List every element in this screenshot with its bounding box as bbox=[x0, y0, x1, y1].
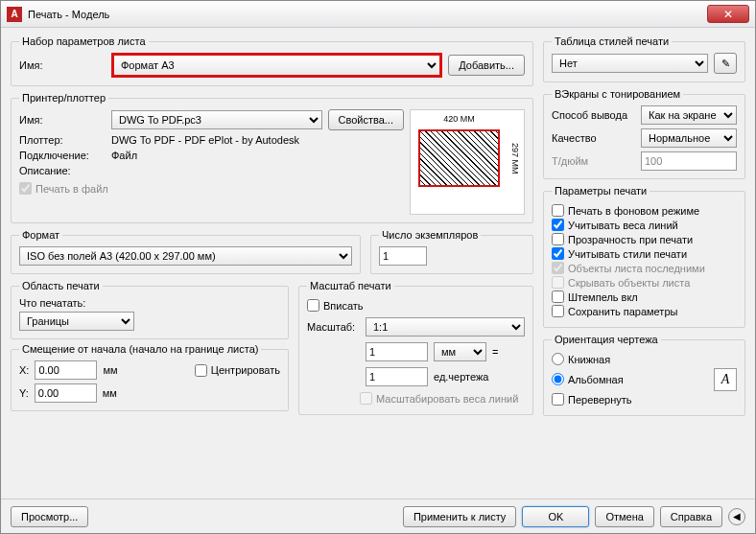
pencil-icon: ✎ bbox=[721, 58, 730, 70]
apply-to-layout-button[interactable]: Применить к листу bbox=[403, 506, 517, 527]
pageset-add-button[interactable]: Добавить... bbox=[448, 55, 525, 76]
plot-styles-select[interactable]: Нет bbox=[552, 54, 708, 73]
scale-select[interactable]: 1:1 bbox=[366, 317, 525, 337]
shade-method-label: Способ вывода bbox=[552, 109, 635, 121]
stamp-checkbox[interactable] bbox=[552, 290, 564, 303]
dpi-input bbox=[641, 151, 737, 171]
scale-equals: = bbox=[492, 346, 498, 358]
quality-label: Качество bbox=[552, 132, 635, 144]
offset-x-input[interactable] bbox=[35, 360, 97, 380]
plot-styles-opt-label: Учитывать стили печати bbox=[568, 248, 687, 260]
offset-y-label: Y: bbox=[19, 387, 29, 399]
orientation-group: Ориентация чертежа Книжная Альбомная Пер… bbox=[543, 334, 745, 416]
upside-down-label: Перевернуть bbox=[568, 394, 632, 406]
center-checkbox[interactable] bbox=[195, 364, 207, 377]
plot-options-legend: Параметры печати bbox=[552, 185, 650, 197]
plot-styles-group: Таблица стилей печати Нет ✎ bbox=[543, 35, 745, 82]
scale-drawing-unit: ед.чертежа bbox=[434, 371, 488, 383]
copies-legend: Число экземпляров bbox=[379, 229, 481, 241]
lineweights-checkbox[interactable] bbox=[552, 219, 564, 231]
offset-y-input[interactable] bbox=[35, 383, 97, 403]
scale-label: Масштаб: bbox=[307, 321, 360, 333]
print-dialog: A Печать - Модель ✕ Набор параметров лис… bbox=[0, 0, 756, 534]
stamp-label: Штемпель вкл bbox=[568, 291, 638, 303]
plot-area-group: Область печати Что печатать: Границы bbox=[11, 280, 289, 339]
portrait-radio[interactable] bbox=[552, 353, 564, 365]
landscape-radio[interactable] bbox=[552, 373, 564, 385]
bg-plot-checkbox[interactable] bbox=[552, 204, 564, 217]
fit-checkbox[interactable] bbox=[307, 299, 319, 312]
hide-paperspace-label: Скрывать объекты листа bbox=[568, 277, 690, 289]
collapse-icon[interactable]: ◀ bbox=[728, 508, 745, 525]
paperspace-last-checkbox bbox=[552, 262, 564, 274]
preview-button[interactable]: Просмотр... bbox=[11, 506, 88, 527]
format-select[interactable]: ISO без полей A3 (420.00 x 297.00 мм) bbox=[19, 246, 352, 266]
paper-preview: 420 MM 297 MM bbox=[410, 109, 525, 215]
paperspace-last-label: Объекты листа последними bbox=[568, 263, 705, 274]
what-to-plot-label: Что печатать: bbox=[19, 297, 280, 309]
description-label: Описание: bbox=[19, 165, 106, 176]
pageset-name-select[interactable]: Формат А3 bbox=[111, 53, 442, 78]
scale-lw-label: Масштабировать веса линий bbox=[376, 393, 518, 405]
offset-x-unit: мм bbox=[103, 364, 117, 376]
plot-styles-checkbox[interactable] bbox=[552, 247, 564, 260]
page-setup-group: Набор параметров листа Имя: Формат А3 До… bbox=[11, 35, 533, 86]
offset-legend: Смещение от начала (начало на границе ли… bbox=[19, 343, 261, 355]
lineweights-label: Учитывать веса линий bbox=[568, 220, 678, 231]
viewports-legend: ВЭкраны с тонированием bbox=[552, 88, 683, 100]
offset-x-label: X: bbox=[19, 364, 29, 376]
plotter-value: DWG To PDF - PDF ePlot - by Autodesk bbox=[111, 134, 299, 146]
copies-input[interactable] bbox=[379, 246, 427, 266]
save-changes-label: Сохранить параметры bbox=[568, 306, 677, 317]
format-legend: Формат bbox=[19, 229, 62, 241]
printer-group: Принтер/плоттер Имя: DWG To PDF.pc3 Свой… bbox=[11, 92, 533, 223]
center-label: Центрировать bbox=[211, 364, 280, 376]
app-icon: A bbox=[7, 7, 22, 22]
transparency-checkbox[interactable] bbox=[552, 233, 564, 245]
window-title: Печать - Модель bbox=[28, 9, 707, 20]
dpi-label: Т/дюйм bbox=[552, 155, 635, 167]
landscape-label: Альбомная bbox=[568, 374, 624, 385]
scale-legend: Масштаб печати bbox=[307, 280, 394, 291]
preview-height-label: 297 MM bbox=[510, 129, 520, 187]
scale-unit-input[interactable] bbox=[366, 342, 428, 361]
bg-plot-label: Печать в фоновом режиме bbox=[568, 205, 699, 217]
plot-options-group: Параметры печати Печать в фоновом режиме… bbox=[543, 185, 745, 328]
page-setup-legend: Набор параметров листа bbox=[19, 35, 149, 47]
transparency-label: Прозрачность при печати bbox=[568, 234, 693, 245]
scale-group: Масштаб печати Вписать Масштаб: 1:1 мм = bbox=[298, 280, 533, 415]
shade-method-select[interactable]: Как на экране bbox=[641, 105, 737, 125]
pageset-name-label: Имя: bbox=[19, 59, 106, 71]
copies-group: Число экземпляров bbox=[370, 229, 533, 274]
plotter-label: Плоттер: bbox=[19, 134, 106, 146]
quality-select[interactable]: Нормальное bbox=[641, 128, 737, 148]
orientation-icon: A bbox=[714, 368, 737, 391]
plot-styles-edit-button[interactable]: ✎ bbox=[714, 53, 737, 74]
orientation-legend: Ориентация чертежа bbox=[552, 334, 661, 345]
printer-props-button[interactable]: Свойства... bbox=[328, 109, 404, 130]
print-to-file-label: Печать в файл bbox=[35, 183, 108, 195]
format-group: Формат ISO без полей A3 (420.00 x 297.00… bbox=[11, 229, 361, 274]
cancel-button[interactable]: Отмена bbox=[595, 506, 653, 527]
offset-y-unit: мм bbox=[103, 387, 117, 399]
preview-width-label: 420 MM bbox=[418, 114, 500, 124]
offset-group: Смещение от начала (начало на границе ли… bbox=[11, 343, 289, 411]
connection-value: Файл bbox=[111, 150, 137, 161]
hide-paperspace-checkbox bbox=[552, 276, 564, 289]
ok-button[interactable]: OK bbox=[522, 506, 589, 527]
close-button[interactable]: ✕ bbox=[707, 5, 749, 23]
plot-styles-legend: Таблица стилей печати bbox=[552, 35, 672, 47]
viewports-group: ВЭкраны с тонированием Способ выводаКак … bbox=[543, 88, 745, 179]
plot-area-legend: Область печати bbox=[19, 280, 103, 291]
scale-lw-checkbox bbox=[360, 392, 372, 405]
upside-down-checkbox[interactable] bbox=[552, 393, 564, 406]
save-changes-checkbox[interactable] bbox=[552, 305, 564, 317]
help-button[interactable]: Справка bbox=[660, 506, 722, 527]
what-to-plot-select[interactable]: Границы bbox=[19, 312, 134, 331]
dialog-footer: Просмотр... Применить к листу OK Отмена … bbox=[1, 499, 755, 533]
scale-drawing-input[interactable] bbox=[366, 367, 428, 386]
printer-name-select[interactable]: DWG To PDF.pc3 bbox=[111, 110, 322, 129]
fit-label: Вписать bbox=[323, 300, 364, 312]
scale-unit-select[interactable]: мм bbox=[434, 342, 486, 361]
preview-paper bbox=[418, 129, 500, 187]
